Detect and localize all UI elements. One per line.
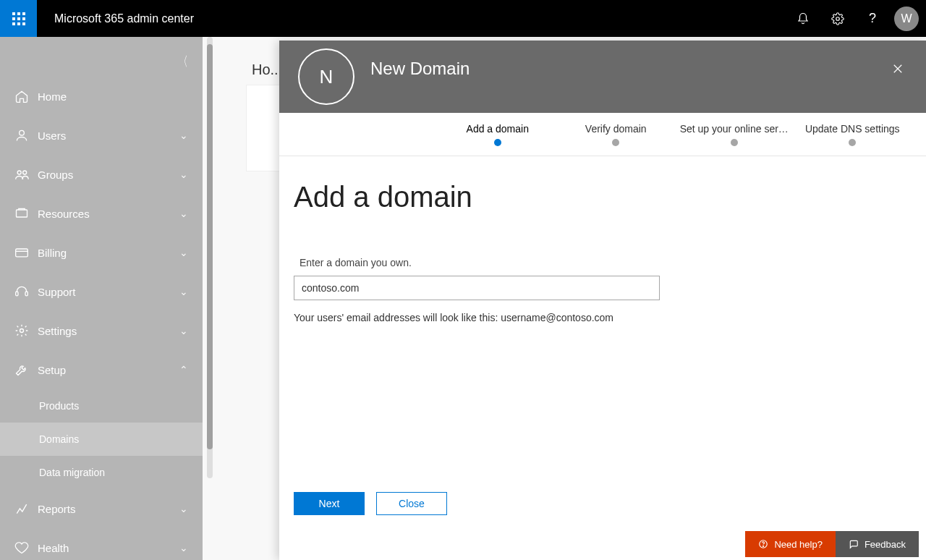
step-dns[interactable]: Update DNS settings xyxy=(794,123,912,146)
group-icon xyxy=(14,167,38,182)
svg-point-8 xyxy=(20,329,24,333)
nav-health[interactable]: Health ⌄ xyxy=(0,528,203,560)
bottom-bar: Need help? Feedback xyxy=(745,531,919,557)
step-dot-icon xyxy=(849,139,856,146)
sidebar-collapse[interactable]: 〈 xyxy=(179,53,188,70)
panel-footer: Next Close xyxy=(279,492,926,515)
help-circle-icon xyxy=(758,539,768,549)
domain-field-label: Enter a domain you own. xyxy=(300,257,912,268)
nav-setup-domains[interactable]: Domains xyxy=(0,423,203,456)
nav-label: Billing xyxy=(38,247,179,259)
svg-point-2 xyxy=(17,171,21,174)
step-dot-icon xyxy=(612,139,619,146)
step-dot-icon xyxy=(731,139,738,146)
panel-body: Add a domain Enter a domain you own. You… xyxy=(279,156,926,492)
nav-label: Groups xyxy=(38,169,179,181)
notifications-button[interactable] xyxy=(786,0,820,37)
need-help-button[interactable]: Need help? xyxy=(745,531,836,557)
email-hint: Your users' email addresses will look li… xyxy=(294,312,912,323)
nav-setup-products[interactable]: Products xyxy=(0,389,203,423)
step-label: Set up your online ser… xyxy=(680,123,789,135)
step-verify-domain[interactable]: Verify domain xyxy=(557,123,676,146)
step-dot-icon xyxy=(494,139,501,146)
svg-point-10 xyxy=(763,546,764,546)
chevron-down-icon: ⌄ xyxy=(179,169,188,180)
step-add-domain[interactable]: Add a domain xyxy=(438,123,557,146)
nav: Home Users ⌄ Groups ⌄ Resources ⌄ Billin… xyxy=(0,77,203,560)
nav-label: Users xyxy=(38,130,179,142)
app-title: Microsoft 365 admin center xyxy=(54,12,194,25)
avatar[interactable]: W xyxy=(894,7,919,31)
app-launcher[interactable] xyxy=(0,0,37,37)
bell-icon xyxy=(797,12,810,25)
nav-billing[interactable]: Billing ⌄ xyxy=(0,233,203,272)
domain-input[interactable] xyxy=(294,276,660,300)
panel-title: New Domain xyxy=(370,59,470,79)
nav-support[interactable]: Support ⌄ xyxy=(0,272,203,311)
scroll-thumb[interactable] xyxy=(207,44,213,449)
chevron-down-icon: ⌄ xyxy=(179,503,188,514)
feedback-label: Feedback xyxy=(865,539,906,550)
chevron-down-icon: ⌄ xyxy=(179,247,188,258)
chevron-down-icon: ⌄ xyxy=(179,286,188,297)
billing-icon xyxy=(14,245,38,260)
chevron-up-icon: ⌃ xyxy=(179,364,188,376)
svg-rect-5 xyxy=(16,249,28,257)
chart-icon xyxy=(14,501,38,516)
nav-label: Support xyxy=(38,286,179,298)
svg-point-3 xyxy=(23,171,27,174)
need-help-label: Need help? xyxy=(774,539,823,550)
svg-point-0 xyxy=(836,17,840,20)
home-icon xyxy=(14,89,38,103)
close-icon xyxy=(891,62,904,75)
step-online-services[interactable]: Set up your online ser… xyxy=(675,123,794,146)
nav-groups[interactable]: Groups ⌄ xyxy=(0,155,203,194)
chevron-down-icon: ⌄ xyxy=(179,542,188,553)
svg-point-1 xyxy=(20,130,25,135)
next-button[interactable]: Next xyxy=(294,492,365,515)
nav-label: Setup xyxy=(38,364,179,376)
panel-header: N New Domain xyxy=(279,41,926,113)
nav-users[interactable]: Users ⌄ xyxy=(0,116,203,155)
nav-label: Reports xyxy=(38,503,179,515)
resources-icon xyxy=(14,206,38,221)
nav-label: Home xyxy=(38,90,188,103)
feedback-button[interactable]: Feedback xyxy=(836,531,919,557)
scrollbar[interactable] xyxy=(207,37,213,478)
nav-setup[interactable]: Setup ⌃ xyxy=(0,350,203,389)
topbar-right: ? W xyxy=(786,0,926,37)
chevron-down-icon: ⌄ xyxy=(179,325,188,336)
step-label: Add a domain xyxy=(467,123,529,135)
step-label: Verify domain xyxy=(585,123,647,135)
nav-label: Settings xyxy=(38,325,179,337)
svg-rect-6 xyxy=(16,292,18,296)
nav-resources[interactable]: Resources ⌄ xyxy=(0,194,203,233)
question-icon: ? xyxy=(869,11,876,26)
topbar: Microsoft 365 admin center ? W xyxy=(0,0,926,37)
nav-setup-data-migration[interactable]: Data migration xyxy=(0,456,203,489)
settings-button[interactable] xyxy=(820,0,855,37)
close-button[interactable]: Close xyxy=(376,492,447,515)
panel-close-button[interactable] xyxy=(891,62,904,75)
svg-rect-4 xyxy=(17,210,27,217)
gear-icon xyxy=(14,323,38,338)
nav-home[interactable]: Home xyxy=(0,77,203,116)
breadcrumb: Ho... xyxy=(252,61,282,78)
panel-heading: Add a domain xyxy=(294,181,912,213)
app-launcher-icon xyxy=(12,12,25,25)
user-icon xyxy=(14,128,38,143)
nav-label: Health xyxy=(38,542,179,554)
nav-reports[interactable]: Reports ⌄ xyxy=(0,489,203,528)
chevron-left-icon: 〈 xyxy=(179,54,188,69)
help-button[interactable]: ? xyxy=(855,0,890,37)
wrench-icon xyxy=(14,362,38,377)
support-icon xyxy=(14,284,38,299)
step-label: Update DNS settings xyxy=(805,123,900,135)
chat-icon xyxy=(849,539,859,549)
chevron-down-icon: ⌄ xyxy=(179,130,188,141)
nav-label: Resources xyxy=(38,208,179,220)
wizard-steps: Add a domain Verify domain Set up your o… xyxy=(279,113,926,156)
nav-settings[interactable]: Settings ⌄ xyxy=(0,311,203,350)
chevron-down-icon: ⌄ xyxy=(179,208,188,219)
new-domain-panel: N New Domain Add a domain Verify domain … xyxy=(279,41,926,560)
